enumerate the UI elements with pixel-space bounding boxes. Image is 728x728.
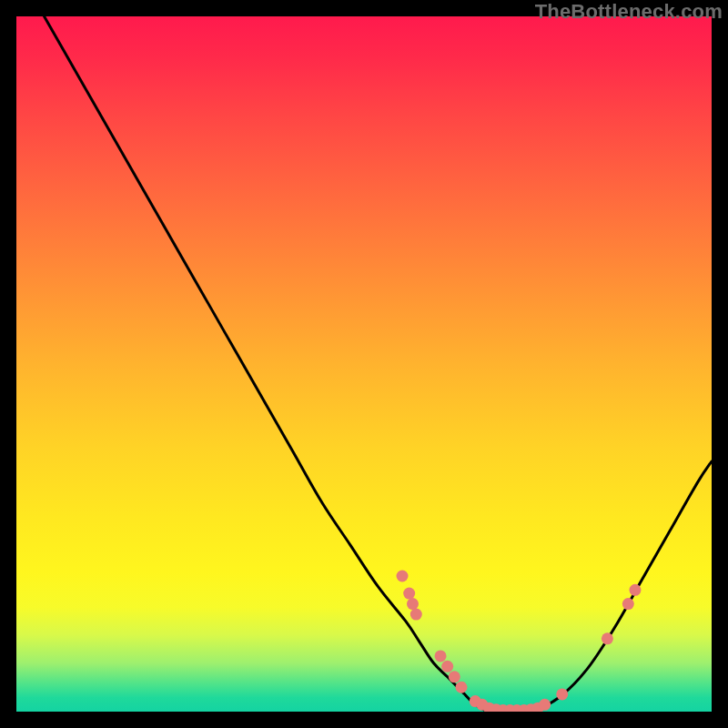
chart-svg — [16, 16, 712, 712]
highlight-dot — [441, 661, 453, 672]
highlight-dot — [539, 699, 551, 711]
highlight-dots — [397, 571, 642, 712]
highlight-dot — [449, 671, 460, 682]
plot-area — [16, 16, 712, 712]
highlight-dot — [556, 688, 568, 700]
highlight-dot — [622, 598, 634, 610]
highlight-dot — [629, 584, 641, 596]
highlight-dot — [602, 632, 613, 644]
bottleneck-curve — [45, 16, 712, 712]
highlight-dot — [407, 598, 419, 610]
watermark-text: TheBottleneck.com — [535, 0, 723, 24]
highlight-dot — [455, 682, 467, 693]
highlight-dot — [435, 650, 447, 662]
highlight-dot — [397, 571, 409, 582]
highlight-dot — [410, 609, 422, 621]
chart-frame — [16, 16, 712, 712]
highlight-dot — [403, 588, 415, 600]
